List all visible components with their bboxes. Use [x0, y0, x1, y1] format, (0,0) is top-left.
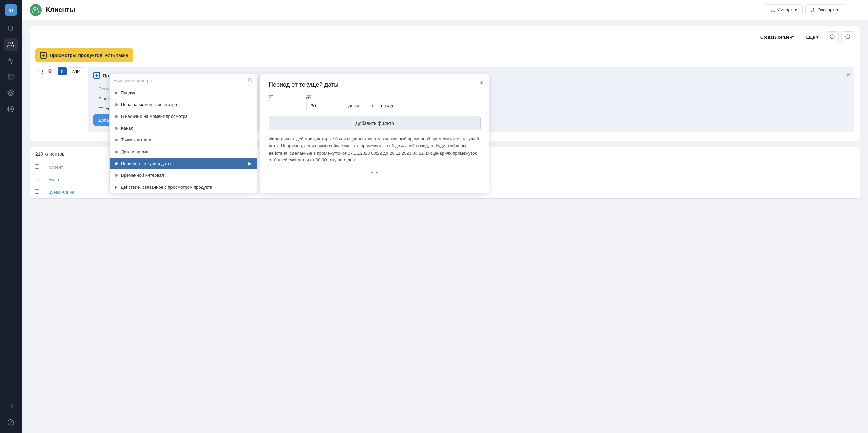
filter-item-datetime[interactable]: Дата и время — [110, 146, 257, 158]
sidebar-item-campaigns[interactable] — [4, 54, 18, 67]
app-logo[interactable]: m — [5, 4, 17, 16]
sidebar-item-settings[interactable] — [4, 102, 18, 116]
date-range-panel: × Период от текущей даты от до — [260, 74, 489, 193]
date-range-close-button[interactable]: × — [479, 79, 484, 87]
import-button[interactable]: Импорт ▾ — [765, 4, 803, 15]
content-area: Создать сегмент Еще ▾ + Просмотры продук… — [22, 20, 868, 433]
page-header: Клиенты Импорт ▾ Экспорт ▾ ⋯ — [22, 0, 868, 20]
sub-plus-icon[interactable]: + — [93, 72, 100, 79]
svg-point-2 — [9, 42, 11, 44]
expand-icon — [115, 186, 117, 189]
svg-point-8 — [34, 7, 36, 10]
sidebar-item-clients[interactable] — [4, 38, 18, 51]
date-range-description: Фильтр ищет действия, которые были выдан… — [269, 136, 481, 164]
unit-select[interactable]: дней недель месяцев — [344, 100, 377, 111]
to-input[interactable] — [306, 100, 340, 111]
condition-header: + Просмотры продуктов есть такие — [35, 48, 133, 62]
date-range-inputs: от до дней недель месяцев — [269, 94, 481, 111]
date-range-add-filter-button[interactable]: Добавить фильтр — [269, 116, 481, 130]
eshche-button[interactable]: Еще ▾ — [802, 32, 823, 42]
filter-bullet-icon — [115, 103, 118, 106]
filter-item-period[interactable]: Период от текущей даты ▶ — [110, 158, 257, 169]
client-name-link[interactable]: Зуева Арина — [49, 190, 74, 195]
condition-plus-icon[interactable]: + — [40, 52, 47, 59]
select-all-checkbox[interactable] — [35, 164, 39, 169]
unit-label-spacer — [344, 94, 377, 99]
filter-group-action[interactable]: Действие, связанное с просмотром продукт… — [110, 181, 257, 193]
and-or-ops: и ИЛИ — [58, 67, 84, 75]
row-checkbox[interactable] — [35, 177, 39, 181]
chevron-down-icon: ⌄⌄ — [370, 168, 380, 175]
row-checkbox-cell — [30, 173, 44, 186]
sidebar: m — [0, 0, 22, 433]
export-button[interactable]: Экспорт ▾ — [805, 4, 844, 15]
filter-search-input[interactable] — [114, 78, 245, 83]
expand-description-button[interactable]: ⌄⌄ — [269, 168, 481, 175]
more-options-button[interactable]: ⋯ — [847, 4, 860, 16]
svg-point-4 — [10, 108, 12, 110]
page-icon — [30, 4, 42, 16]
filter-bullet-icon — [115, 139, 118, 141]
sidebar-item-navigate[interactable] — [4, 399, 18, 413]
condition-suffix: есть такие — [105, 53, 128, 58]
svg-line-12 — [251, 81, 252, 82]
ago-label: назад — [381, 103, 393, 111]
sidebar-bottom — [4, 399, 18, 429]
filter-bullet-icon-active — [115, 162, 118, 165]
filter-bullet-icon — [115, 127, 118, 130]
page-title: Клиенты — [46, 6, 761, 14]
drag-handle-icon[interactable]: ⋮⋮ — [35, 68, 45, 75]
sidebar-item-analytics[interactable] — [4, 70, 18, 84]
date-range-title: Период от текущей даты — [269, 81, 481, 88]
filter-list: Продукт Цена на момент просмотра В налич… — [110, 87, 257, 193]
to-input-group: до — [306, 94, 340, 111]
svg-line-1 — [12, 30, 13, 31]
create-segment-button[interactable]: Создать сегмент — [755, 32, 799, 42]
clients-count: 219 клиентов — [35, 151, 65, 157]
filter-item-price[interactable]: Цена на момент просмотра — [110, 99, 257, 110]
to-label: до — [306, 94, 340, 99]
filter-search-bar — [110, 74, 257, 87]
condition-label: Просмотры продуктов — [50, 53, 102, 58]
search-icon — [248, 78, 253, 83]
overlay-container: Продукт Цена на момент просмотра В налич… — [109, 74, 489, 193]
and-or-row: ⋮⋮ и ИЛИ — [35, 65, 84, 78]
svg-point-0 — [8, 26, 13, 30]
row-checkbox-cell — [30, 186, 44, 198]
expand-icon — [115, 91, 117, 95]
delete-row-button[interactable] — [47, 68, 53, 75]
svg-point-11 — [248, 78, 252, 82]
filter-item-availability[interactable]: В наличии на момент просмотра — [110, 110, 257, 122]
sidebar-item-integrations[interactable] — [4, 86, 18, 100]
filter-toolbar: Создать сегмент Еще ▾ — [35, 31, 854, 43]
filter-bullet-icon — [115, 151, 118, 153]
svg-rect-3 — [8, 74, 13, 79]
and-button[interactable]: и — [58, 67, 67, 75]
sidebar-item-help[interactable] — [4, 415, 18, 429]
from-label: от — [269, 94, 302, 99]
from-input-group: от — [269, 94, 302, 111]
select-all-col — [30, 161, 44, 173]
row-actions: ⋮⋮ — [35, 68, 53, 75]
filter-item-time-interval[interactable]: Временной интервал — [110, 169, 257, 181]
active-arrow-icon: ▶ — [248, 161, 252, 166]
refresh-button[interactable] — [841, 31, 854, 43]
undo-button[interactable] — [826, 31, 839, 43]
sidebar-item-search[interactable] — [4, 22, 18, 35]
client-name-link[interactable]: Нина — [49, 177, 59, 182]
from-input[interactable] — [269, 100, 302, 111]
unit-input-group: дней недель месяцев — [344, 94, 377, 111]
main-area: Клиенты Импорт ▾ Экспорт ▾ ⋯ Создать сег… — [22, 0, 868, 433]
row-checkbox[interactable] — [35, 189, 39, 194]
unit-select-wrapper: дней недель месяцев — [344, 100, 377, 111]
filter-bullet-icon — [115, 174, 118, 177]
filter-item-channel[interactable]: Канал — [110, 122, 257, 134]
header-actions: Импорт ▾ Экспорт ▾ ⋯ — [765, 4, 860, 16]
or-button[interactable]: ИЛИ — [68, 67, 84, 75]
filter-item-contact-point[interactable]: Точка контакта — [110, 134, 257, 146]
sub-panel-close-button[interactable]: × — [846, 71, 850, 78]
filter-group-product[interactable]: Продукт — [110, 87, 257, 99]
filter-bullet-icon — [115, 115, 118, 118]
filter-list-panel: Продукт Цена на момент просмотра В налич… — [109, 74, 257, 193]
